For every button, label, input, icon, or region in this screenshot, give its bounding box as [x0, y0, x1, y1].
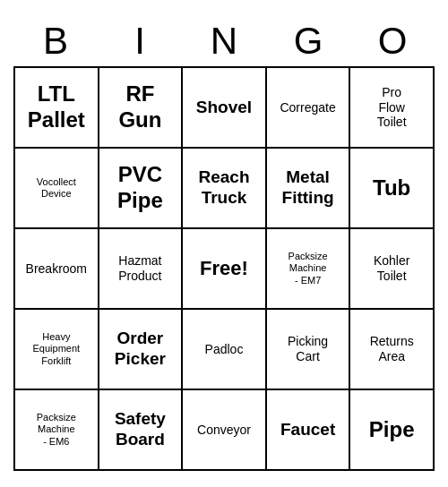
cell-text: PVCPipe	[117, 162, 163, 214]
cell-text: OrderPicker	[115, 329, 166, 370]
cell-text: Conveyor	[197, 423, 251, 438]
cell-text: MetalFitting	[282, 167, 334, 209]
bingo-header-letters: BINGO	[13, 16, 435, 66]
cell-text: Shovel	[196, 98, 252, 118]
bingo-cell: PacksizeMachine- EM7	[267, 229, 351, 310]
cell-text: KohlerToilet	[374, 253, 409, 284]
cell-text: HeavyEquipmentForklift	[33, 331, 81, 367]
header-letter: O	[350, 16, 435, 66]
cell-text: LTLPallet	[28, 81, 85, 133]
cell-text: ReturnsArea	[370, 334, 414, 364]
cell-text: ProFlowToilet	[377, 85, 407, 130]
cell-text: Pipe	[369, 417, 415, 443]
bingo-cell: RFGun	[99, 68, 184, 149]
header-letter: B	[13, 16, 98, 66]
bingo-cell: ProFlowToilet	[350, 68, 435, 149]
bingo-cell: Shovel	[183, 68, 267, 149]
bingo-cell: VocollectDevice	[15, 149, 99, 229]
cell-text: Free!	[200, 257, 248, 280]
header-letter: G	[266, 16, 350, 66]
bingo-cell: SafetyBoard	[99, 390, 184, 471]
bingo-cell: OrderPicker	[99, 310, 184, 390]
bingo-cell: PacksizeMachine- EM6	[15, 390, 99, 471]
bingo-card: BINGO LTLPalletRFGunShovelCorregateProFl…	[13, 16, 435, 471]
bingo-grid: LTLPalletRFGunShovelCorregateProFlowToil…	[13, 66, 435, 471]
header-letter: N	[182, 16, 266, 66]
cell-text: PacksizeMachine- EM6	[37, 412, 76, 448]
cell-text: ReachTruck	[198, 167, 249, 209]
bingo-cell: Breakroom	[15, 229, 99, 310]
cell-text: Corregate	[280, 100, 335, 115]
bingo-cell: Padloc	[183, 310, 267, 390]
cell-text: VocollectDevice	[37, 176, 76, 200]
bingo-cell: HazmatProduct	[99, 229, 184, 310]
cell-text: Padloc	[205, 342, 244, 357]
cell-text: Faucet	[280, 420, 335, 440]
bingo-cell: PVCPipe	[99, 149, 184, 229]
bingo-cell: Faucet	[267, 390, 351, 471]
cell-text: RFGun	[118, 81, 161, 133]
cell-text: PickingCart	[288, 334, 328, 364]
cell-text: PacksizeMachine- EM7	[289, 251, 328, 286]
bingo-cell: Conveyor	[183, 390, 267, 471]
cell-text: HazmatProduct	[118, 253, 161, 284]
cell-text: SafetyBoard	[115, 409, 166, 450]
bingo-cell: Free!	[183, 229, 267, 310]
bingo-cell: Corregate	[267, 68, 351, 149]
bingo-cell: Tub	[350, 149, 435, 229]
bingo-cell: KohlerToilet	[350, 229, 435, 310]
bingo-cell: LTLPallet	[15, 68, 99, 149]
bingo-cell: Pipe	[350, 390, 435, 471]
header-letter: I	[98, 16, 182, 66]
bingo-cell: MetalFitting	[267, 149, 351, 229]
bingo-cell: HeavyEquipmentForklift	[15, 310, 99, 390]
cell-text: Breakroom	[26, 261, 87, 277]
bingo-cell: PickingCart	[267, 310, 351, 390]
bingo-cell: ReachTruck	[183, 149, 267, 229]
bingo-cell: ReturnsArea	[350, 310, 435, 390]
cell-text: Tub	[373, 175, 410, 201]
